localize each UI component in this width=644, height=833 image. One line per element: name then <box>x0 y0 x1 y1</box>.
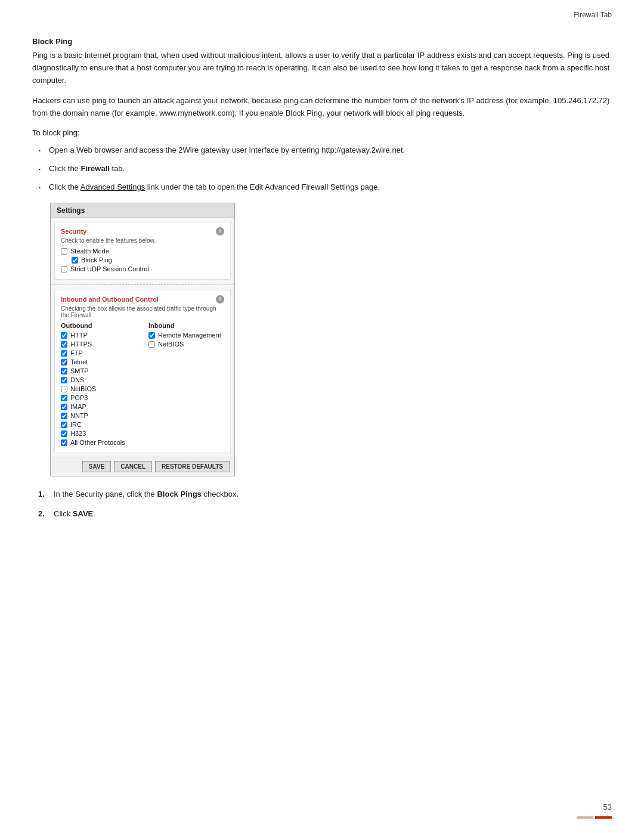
netbios-out-checkbox[interactable] <box>61 386 67 392</box>
outbound-pop3: POP3 <box>61 394 137 401</box>
outbound-header: Outbound <box>61 322 137 329</box>
paragraph-1: Ping is a basic Internet program that, w… <box>32 49 612 86</box>
footer-bar-light <box>577 816 593 819</box>
restore-defaults-button[interactable]: RESTORE DEFAULTS <box>155 461 230 472</box>
http-checkbox[interactable] <box>61 332 67 339</box>
inbound-outbound-label: Inbound and Outbound Control <box>61 296 159 303</box>
section-divider <box>51 284 234 285</box>
smtp-label: SMTP <box>70 367 89 374</box>
security-help-icon[interactable]: ? <box>216 227 224 236</box>
inbound-header: Inbound <box>148 322 224 329</box>
strict-udp-label: Strict UDP Session Control <box>70 265 149 272</box>
stealth-mode-row: Stealth Mode <box>61 247 224 255</box>
outbound-irc: IRC <box>61 421 137 428</box>
strict-udp-row: Strict UDP Session Control <box>61 265 224 272</box>
to-block-label: To block ping: <box>32 128 612 137</box>
bullet-item-1: Open a Web browser and access the 2Wire … <box>38 144 612 157</box>
stealth-mode-label: Stealth Mode <box>70 247 109 255</box>
strict-udp-checkbox[interactable] <box>61 266 67 272</box>
numbered-list: 1. In the Security pane, click the Block… <box>38 488 612 521</box>
https-checkbox[interactable] <box>61 341 67 348</box>
security-subtext: Check to enable the features below. <box>61 237 224 244</box>
outbound-dns: DNS <box>61 376 137 383</box>
step-1-text: In the Security pane, click the Block Pi… <box>54 488 239 501</box>
telnet-checkbox[interactable] <box>61 359 67 366</box>
settings-dialog: Settings Security ? Check to enable the … <box>50 203 235 476</box>
inbound-outbound-subtext: Checking the box allows the associated t… <box>61 305 224 318</box>
h323-label: H323 <box>70 430 86 437</box>
page-footer: 53 <box>603 803 612 812</box>
inbound-remote-mgmt: Remote Management <box>148 332 224 339</box>
security-label: Security <box>61 228 86 235</box>
https-label: HTTPS <box>70 340 92 348</box>
nntp-checkbox[interactable] <box>61 413 67 419</box>
inbound-outbound-header: Inbound and Outbound Control ? <box>61 295 224 304</box>
outbound-all-other: All Other Protocols <box>61 439 137 446</box>
header-title: Firewall Tab <box>574 11 612 19</box>
numbered-item-2: 2. Click SAVE. <box>38 508 612 521</box>
security-section: Security ? Check to enable the features … <box>54 222 231 280</box>
page-number: 53 <box>603 803 612 812</box>
all-other-label: All Other Protocols <box>70 439 125 446</box>
outbound-nntp: NNTP <box>61 412 137 419</box>
settings-title: Settings <box>57 206 85 215</box>
paragraph-2: Hackers can use ping to launch an attack… <box>32 95 612 120</box>
pop3-checkbox[interactable] <box>61 395 67 401</box>
dns-checkbox[interactable] <box>61 377 67 383</box>
outbound-smtp: SMTP <box>61 367 137 374</box>
nntp-label: NNTP <box>70 412 88 419</box>
security-section-header: Security ? <box>61 227 224 236</box>
footer-decoration <box>577 816 612 819</box>
outbound-netbios: NetBIOS <box>61 385 137 392</box>
netbios-in-label: NetBIOS <box>158 340 184 348</box>
outbound-telnet: Telnet <box>61 358 137 366</box>
remote-mgmt-label: Remote Management <box>158 332 221 339</box>
smtp-checkbox[interactable] <box>61 368 67 374</box>
cancel-button[interactable]: CANCEL <box>114 461 152 472</box>
netbios-in-checkbox[interactable] <box>148 341 155 348</box>
imap-checkbox[interactable] <box>61 404 67 410</box>
pop3-label: POP3 <box>70 394 88 401</box>
bullet-item-2: Click the Firewall tab. <box>38 163 612 175</box>
ftp-label: FTP <box>70 349 83 357</box>
ftp-checkbox[interactable] <box>61 350 67 357</box>
save-bold: SAVE <box>73 509 93 518</box>
step-1-num: 1. <box>38 488 48 501</box>
block-ping-checkbox[interactable] <box>72 257 78 264</box>
inbound-netbios: NetBIOS <box>148 340 224 348</box>
dns-label: DNS <box>70 376 84 383</box>
two-col-layout: Outbound HTTP HTTPS FTP Telnet SMTP DNS … <box>61 322 224 448</box>
numbered-item-1: 1. In the Security pane, click the Block… <box>38 488 612 501</box>
bullet-list: Open a Web browser and access the 2Wire … <box>38 144 612 193</box>
remote-mgmt-checkbox[interactable] <box>148 332 155 339</box>
outbound-http: HTTP <box>61 332 137 339</box>
http-label: HTTP <box>70 332 88 339</box>
main-content: Block Ping Ping is a basic Internet prog… <box>0 19 644 563</box>
inbound-col: Inbound Remote Management NetBIOS <box>148 322 224 448</box>
outbound-h323: H323 <box>61 430 137 437</box>
bullet-item-3: Click the Advanced Settings link under t… <box>38 181 612 194</box>
inbound-outbound-section: Inbound and Outbound Control ? Checking … <box>54 290 231 453</box>
irc-label: IRC <box>70 421 82 428</box>
outbound-https: HTTPS <box>61 340 137 348</box>
save-button[interactable]: SAVE <box>82 461 112 472</box>
advanced-settings-link[interactable]: Advanced Settings <box>80 182 145 191</box>
outbound-ftp: FTP <box>61 349 137 357</box>
stealth-mode-checkbox[interactable] <box>61 248 67 255</box>
telnet-label: Telnet <box>70 358 88 366</box>
netbios-out-label: NetBIOS <box>70 385 96 392</box>
footer-bar-dark <box>595 816 612 819</box>
outbound-imap: IMAP <box>61 403 137 410</box>
block-pings-bold: Block Pings <box>157 490 201 498</box>
all-other-checkbox[interactable] <box>61 439 67 446</box>
inbound-outbound-help-icon[interactable]: ? <box>216 295 224 304</box>
step-2-num: 2. <box>38 508 48 521</box>
imap-label: IMAP <box>70 403 86 410</box>
settings-title-bar: Settings <box>51 203 234 218</box>
step-2-text: Click SAVE. <box>54 508 95 521</box>
block-ping-row: Block Ping <box>72 256 224 264</box>
irc-checkbox[interactable] <box>61 422 67 428</box>
firewall-bold: Firewall <box>80 164 109 173</box>
h323-checkbox[interactable] <box>61 431 67 437</box>
section-title: Block Ping <box>32 37 612 46</box>
